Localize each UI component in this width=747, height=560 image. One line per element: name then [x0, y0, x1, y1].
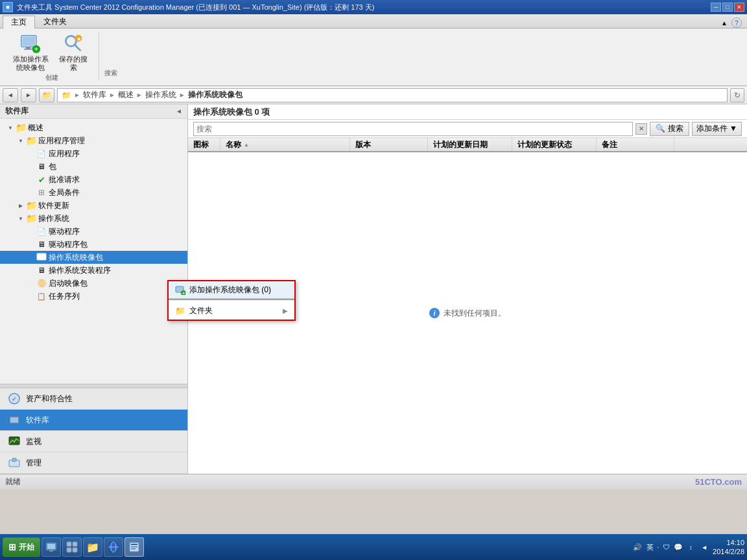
ribbon-group-buttons: + 添加操作系统映像包 ★ [10, 31, 93, 73]
breadcrumb-home-icon: 📁 [62, 91, 71, 100]
sidebar-item-applications[interactable]: 📄 应用程序 [0, 147, 187, 160]
tray-icon-0[interactable]: 🔊 [632, 542, 643, 552]
sidebar-collapse-button[interactable]: ◄ [176, 108, 182, 115]
sidebar-item-drivers[interactable]: 📄 驱动程序 [0, 225, 187, 238]
ctx-folder-label: 文件夹 [189, 305, 213, 316]
folder-icon-appmgmt: 📁 [26, 135, 36, 146]
sidebar-item-overview[interactable]: 📁 概述 [0, 121, 187, 134]
tray-icon-1[interactable]: 英 [645, 542, 655, 552]
col-header-icon[interactable]: 图标 [188, 138, 220, 151]
ribbon-up-arrow[interactable]: ▲ [721, 19, 728, 27]
titlebar: ■ 文件夹工具 System Center 2012 Configuration… [0, 0, 747, 14]
ribbon-help-icon[interactable]: ? [731, 18, 742, 28]
tray-icon-4[interactable]: ↕ [685, 542, 696, 552]
back-button[interactable]: ◄ [3, 88, 18, 102]
column-headers: 图标 名称 ▲ 版本 计划的更新日期 计划的更新状态 备注 [188, 138, 747, 152]
titlebar-buttons: ─ □ ✕ [711, 3, 744, 12]
sidebar-item-os-installers[interactable]: 🖥 操作系统安装程序 [0, 264, 187, 277]
svg-rect-23 [47, 544, 55, 549]
sidebar-item-app-mgmt[interactable]: 📁 应用程序管理 [0, 134, 187, 147]
ribbon-tabs: 主页 文件夹 ▲ ? [0, 14, 747, 29]
refresh-button[interactable]: ↻ [730, 88, 744, 102]
boot-icon: 📀 [36, 278, 47, 288]
sidebar-item-task-seq[interactable]: 📋 任务序列 [0, 290, 187, 303]
no-items-text: 未找到任何项目。 [444, 308, 506, 319]
ribbon-group-create: + 添加操作系统映像包 ★ [5, 31, 99, 80]
ribbon-content: + 添加操作系统映像包 ★ [0, 29, 747, 86]
sidebar-nav-sw-library[interactable]: 软件库 [0, 410, 187, 431]
small-icon-drivers: 📄 [36, 226, 47, 237]
search-input[interactable] [193, 122, 633, 136]
taskbar-button-0[interactable] [42, 537, 61, 557]
close-button[interactable]: ✕ [734, 3, 744, 12]
sidebar-item-approval[interactable]: ✔ 批准请求 [0, 173, 187, 186]
sidebar-nav-assets-label: 资产和符合性 [26, 393, 73, 404]
taskbar-right: 🔊 英 · 🛡 💬 ↕ ◄ 14:10 2014/2/28 [632, 538, 744, 557]
tab-folder[interactable]: 文件夹 [35, 15, 75, 28]
tray-icon-2[interactable]: 🛡 [661, 542, 671, 552]
sidebar-item-os[interactable]: 📁 操作系统 [0, 212, 187, 225]
col-header-update-status[interactable]: 计划的更新状态 [512, 138, 597, 151]
ctx-add-os-label: 添加操作系统映像包 (0) [189, 285, 271, 296]
search-bar: ✕ 🔍 搜索 添加条件 ▼ [188, 120, 747, 138]
breadcrumb: 📁 ► 软件库 ► 概述 ► 操作系统 ► 操作系统映像包 [57, 88, 728, 102]
taskbar-button-4[interactable] [124, 537, 144, 557]
sidebar-item-label-taskseq: 任务序列 [49, 291, 80, 302]
sidebar-item-boot-images[interactable]: 📀 启动映像包 [0, 277, 187, 290]
col-header-update-date[interactable]: 计划的更新日期 [428, 138, 512, 151]
folder-icon-swupdates: 📁 [26, 200, 36, 211]
taskbar-button-2[interactable]: 📁 [83, 537, 102, 557]
search-button[interactable]: 🔍 搜索 [650, 122, 689, 136]
sidebar-item-sw-updates[interactable]: 📁 软件更新 [0, 199, 187, 212]
svg-rect-16 [9, 437, 19, 445]
ctx-item-folder[interactable]: 📁 文件夹 ▶ [169, 302, 294, 320]
sidebar-item-packages[interactable]: 🖥 包 [0, 160, 187, 173]
monitor-icon-osinstallers: 🖥 [36, 265, 47, 275]
add-os-image-button[interactable]: + 添加操作系统映像包 [10, 31, 51, 73]
restore-button[interactable]: □ [722, 3, 733, 12]
search-clear-button[interactable]: ✕ [635, 123, 647, 135]
sidebar-nav-monitoring[interactable]: 监视 [0, 431, 187, 452]
svg-rect-24 [49, 550, 53, 552]
assets-nav-icon: ✓ [8, 392, 21, 405]
forward-button[interactable]: ► [21, 88, 36, 102]
monitor-icon-driverpkgs: 🖥 [36, 239, 47, 250]
monitor-icon-packages: 🖥 [36, 161, 47, 172]
col-header-notes[interactable]: 备注 [597, 138, 674, 151]
ctx-folder-icon: 📁 [175, 306, 185, 316]
save-search-button[interactable]: ★ 保存的搜索 [53, 31, 93, 73]
breadcrumb-part-4[interactable]: 操作系统映像包 [188, 89, 243, 100]
svg-rect-35 [131, 548, 136, 550]
up-button[interactable]: 📁 [39, 88, 54, 102]
sidebar-item-os-images[interactable]: 操作系统映像包 [0, 251, 187, 264]
admin-nav-icon [8, 456, 21, 469]
breadcrumb-part-1[interactable]: 软件库 [83, 89, 106, 100]
col-header-name[interactable]: 名称 ▲ [220, 138, 350, 151]
ctx-item-add-os-image[interactable]: + 添加操作系统映像包 (0) [168, 281, 295, 299]
sidebar-item-label-osimages: 操作系统映像包 [49, 252, 103, 263]
sidebar-item-global-cond[interactable]: ⊞ 全局条件 [0, 186, 187, 199]
start-button[interactable]: ⊞ 开始 [3, 537, 40, 557]
tab-home[interactable]: 主页 [3, 16, 35, 29]
breadcrumb-part-3[interactable]: 操作系统 [145, 89, 176, 100]
sidebar-item-label-approval: 批准请求 [49, 174, 80, 185]
col-header-version[interactable]: 版本 [350, 138, 428, 151]
no-items-message: i 未找到任何项目。 [429, 308, 506, 319]
svg-rect-28 [73, 548, 77, 552]
tray-icon-3[interactable]: 💬 [673, 542, 683, 552]
taskbar-button-1[interactable] [62, 537, 82, 557]
sidebar-item-label-bootimages: 启动映像包 [49, 278, 88, 289]
sidebar-item-driver-pkgs[interactable]: 🖥 驱动程序包 [0, 238, 187, 251]
sw-library-nav-icon [8, 414, 21, 426]
breadcrumb-part-2[interactable]: 概述 [118, 89, 134, 100]
clock-date: 2014/2/28 [713, 547, 744, 556]
sidebar-title: 软件库 [5, 106, 29, 117]
add-condition-button[interactable]: 添加条件 ▼ [692, 122, 742, 136]
ctx-folder-arrow: ▶ [283, 307, 288, 314]
sidebar-nav-assets[interactable]: ✓ 资产和符合性 [0, 388, 187, 410]
tray-icons: 🔊 英 · 🛡 💬 ↕ [632, 542, 696, 552]
minimize-button[interactable]: ─ [711, 3, 721, 12]
content-title: 操作系统映像包 0 项 [193, 106, 270, 118]
taskbar-button-3[interactable] [104, 537, 123, 557]
sidebar-nav-admin[interactable]: 管理 [0, 452, 187, 474]
